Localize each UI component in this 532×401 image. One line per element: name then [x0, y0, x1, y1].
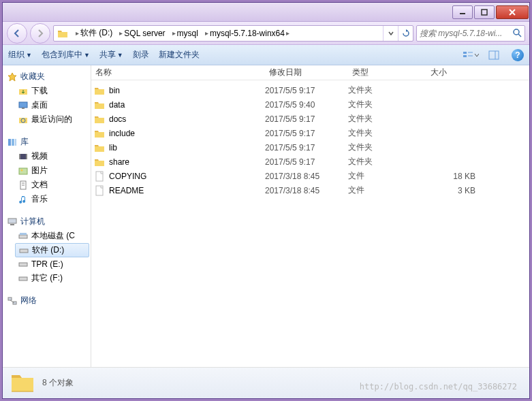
sidebar-item-drive-e[interactable]: TPR (E:) — [3, 257, 91, 271]
computer-header[interactable]: 计算机 — [3, 214, 91, 229]
maximize-button[interactable] — [474, 5, 495, 19]
file-name: bin — [109, 86, 265, 95]
svg-rect-30 — [20, 249, 28, 253]
svg-rect-15 — [8, 139, 11, 146]
explorer-window: ▸软件 (D:) ▸SQL server ▸mysql ▸mysql-5.7.1… — [2, 2, 530, 399]
folder-icon — [94, 142, 105, 153]
svg-rect-36 — [96, 172, 103, 181]
file-row[interactable]: docs2017/5/5 9:17文件夹 — [91, 112, 529, 126]
file-list-area: 名称 修改日期 类型 大小 bin2017/5/5 9:17文件夹data201… — [91, 65, 529, 367]
drive-icon — [18, 259, 29, 270]
file-row[interactable]: data2017/5/5 9:40文件夹 — [91, 97, 529, 112]
svg-rect-28 — [19, 235, 27, 238]
share-button[interactable]: 共享 ▼ — [99, 49, 123, 61]
sidebar-item-drive-d[interactable]: 软件 (D:) — [15, 243, 89, 257]
sidebar-item-drive-f[interactable]: 其它 (F:) — [3, 271, 91, 285]
svg-line-5 — [518, 34, 521, 37]
breadcrumb[interactable]: ▸mysql-5.7.18-winx64▸ — [201, 26, 294, 41]
file-row[interactable]: include2017/5/5 9:17文件夹 — [91, 126, 529, 140]
crumb-label: SQL server — [124, 29, 165, 38]
svg-rect-1 — [482, 10, 487, 15]
downloads-icon — [18, 86, 29, 97]
column-header-type[interactable]: 类型 — [348, 67, 426, 78]
search-input[interactable] — [420, 29, 511, 38]
file-name: README — [109, 186, 265, 195]
file-date: 2017/5/5 9:17 — [265, 143, 348, 153]
address-bar[interactable]: ▸软件 (D:) ▸SQL server ▸mysql ▸mysql-5.7.1… — [53, 25, 413, 42]
file-name: COPYING — [109, 172, 265, 181]
view-options-button[interactable] — [463, 48, 479, 63]
address-dropdown-button[interactable] — [383, 26, 398, 41]
drive-icon — [18, 231, 29, 242]
libraries-icon — [7, 137, 18, 148]
sidebar-item-drive-c[interactable]: 本地磁盘 (C — [3, 229, 91, 243]
file-type: 文件夹 — [348, 84, 426, 96]
nav-back-button[interactable] — [7, 23, 27, 44]
file-date: 2017/5/5 9:17 — [265, 157, 348, 167]
svg-rect-16 — [12, 139, 14, 146]
close-button[interactable] — [496, 5, 529, 19]
svg-rect-12 — [19, 102, 27, 108]
sidebar-item-pictures[interactable]: 图片 — [3, 163, 91, 178]
file-type: 文件夹 — [348, 99, 426, 110]
sidebar-item-documents[interactable]: 文档 — [3, 178, 91, 192]
videos-icon — [18, 151, 29, 162]
file-list[interactable]: bin2017/5/5 9:17文件夹data2017/5/5 9:40文件夹d… — [91, 80, 529, 367]
nav-forward-button[interactable] — [30, 23, 50, 44]
desktop-icon — [18, 100, 29, 111]
column-header-name[interactable]: 名称 — [91, 67, 265, 78]
network-icon — [7, 295, 18, 306]
sidebar-item-desktop[interactable]: 桌面 — [3, 98, 91, 112]
status-text: 8 个对象 — [42, 377, 74, 389]
svg-rect-31 — [19, 263, 27, 266]
sidebar-item-downloads[interactable]: 下载 — [3, 84, 91, 98]
file-size: 3 KB — [426, 186, 488, 195]
libraries-header[interactable]: 库 — [3, 135, 91, 149]
file-type: 文件夹 — [348, 113, 426, 125]
help-button[interactable]: ? — [512, 49, 524, 61]
file-row[interactable]: share2017/5/5 9:17文件夹 — [91, 155, 529, 169]
chevron-down-icon: ▼ — [26, 52, 32, 59]
column-header-size[interactable]: 大小 — [426, 67, 488, 78]
breadcrumb[interactable]: ▸SQL server — [115, 26, 168, 41]
file-row[interactable]: README2017/3/18 8:45文件3 KB — [91, 183, 529, 197]
folder-icon — [94, 99, 105, 110]
minimize-button[interactable] — [452, 5, 473, 19]
navigation-pane[interactable]: 收藏夹 下载 桌面 最近访问的 库 视频 图片 文档 音乐 计算机 本地磁盘 (… — [3, 65, 91, 367]
chevron-down-icon: ▼ — [84, 52, 90, 59]
file-date: 2017/3/18 8:45 — [265, 172, 348, 181]
sidebar-item-videos[interactable]: 视频 — [3, 149, 91, 163]
refresh-button[interactable] — [398, 26, 413, 41]
drive-icon — [18, 273, 29, 284]
preview-pane-button[interactable] — [486, 48, 502, 63]
search-box[interactable] — [416, 25, 525, 42]
favorites-header[interactable]: 收藏夹 — [3, 69, 91, 84]
crumb-label: mysql — [177, 29, 198, 38]
file-type: 文件 — [348, 170, 426, 182]
drive-icon — [18, 245, 29, 256]
file-row[interactable]: bin2017/5/5 9:17文件夹 — [91, 83, 529, 97]
svg-rect-27 — [10, 224, 14, 225]
sidebar-item-recent[interactable]: 最近访问的 — [3, 112, 91, 127]
new-folder-button[interactable]: 新建文件夹 — [159, 49, 200, 61]
include-in-library-button[interactable]: 包含到库中 ▼ — [42, 49, 90, 61]
svg-rect-21 — [19, 168, 27, 174]
organize-button[interactable]: 组织 ▼ — [8, 49, 32, 61]
file-row[interactable]: COPYING2017/3/18 8:45文件18 KB — [91, 169, 529, 183]
file-date: 2017/5/5 9:40 — [265, 100, 348, 110]
file-name: lib — [109, 143, 265, 153]
breadcrumb[interactable]: ▸mysql — [168, 26, 201, 41]
explorer-body: 收藏夹 下载 桌面 最近访问的 库 视频 图片 文档 音乐 计算机 本地磁盘 (… — [3, 65, 529, 367]
file-name: include — [109, 129, 265, 138]
file-row[interactable]: lib2017/5/5 9:17文件夹 — [91, 140, 529, 155]
file-date: 2017/5/5 9:17 — [265, 86, 348, 95]
network-header[interactable]: 网络 — [3, 293, 91, 308]
music-icon — [18, 194, 29, 205]
address-bar-row: ▸软件 (D:) ▸SQL server ▸mysql ▸mysql-5.7.1… — [3, 22, 529, 45]
column-header-date[interactable]: 修改日期 — [265, 67, 348, 78]
burn-button[interactable]: 刻录 — [133, 49, 149, 61]
file-type: 文件 — [348, 185, 426, 196]
sidebar-item-music[interactable]: 音乐 — [3, 192, 91, 206]
svg-point-22 — [21, 169, 23, 171]
breadcrumb[interactable]: ▸软件 (D:) — [72, 26, 115, 41]
